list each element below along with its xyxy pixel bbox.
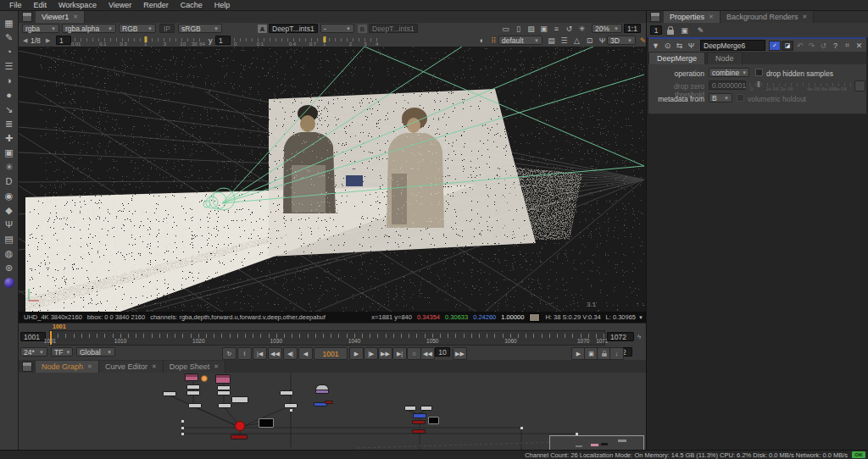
redo-icon[interactable]: ↷ [806,41,817,51]
timeline-ruler[interactable]: 100110101020103010401050106010701072 [49,330,605,346]
node[interactable] [163,391,176,396]
node-graph-canvas[interactable] [19,373,646,450]
frame-increment-input[interactable]: 10 [435,347,450,357]
fps-dropdown[interactable]: 24*▼ [20,347,47,357]
input-b-chip[interactable]: B [358,25,367,33]
keyer-menu-icon[interactable]: ↘ [2,102,17,117]
node[interactable] [315,390,329,394]
viewer-node[interactable] [259,418,274,428]
close-tab-icon[interactable]: ✕ [709,14,714,20]
pane-menu-icon[interactable] [650,12,660,22]
close-tab-icon[interactable]: ✕ [214,363,219,370]
step-back-button[interactable]: ◀| [283,347,298,360]
format-icon[interactable]: ▭ [500,24,511,34]
transform-menu-icon[interactable]: ✚ [2,131,17,146]
marquee-select-icon[interactable]: ⊡ [584,36,595,46]
wipe-icon[interactable]: ▣ [538,24,549,34]
read-node[interactable] [215,374,231,384]
max-panels-input[interactable]: 1 [650,25,662,35]
gain-slider[interactable]: 0.010.10.313103064 [75,36,203,46]
sphere-menu-icon[interactable] [4,278,14,288]
tab-background-renders[interactable]: Background Renders✕ [721,11,814,23]
input-a-value[interactable]: DeepT...ints1 [269,24,318,33]
swap-icon[interactable]: ⇆ [674,41,685,51]
viewer-node[interactable] [428,417,439,424]
color-swatch[interactable]: ◪ [782,41,793,51]
node[interactable] [412,429,426,434]
float-panel-icon[interactable]: ⌗ [842,41,853,51]
step-forward-button[interactable]: |▶ [364,347,378,360]
gamma-value[interactable]: 1 [215,36,231,45]
channels-swatch[interactable]: ✓ [769,41,781,51]
selected-node[interactable] [235,421,245,431]
play-button[interactable]: ▶ [349,347,364,360]
node[interactable] [188,403,202,408]
tab-curve-editor[interactable]: Curve Editor✕ [99,361,164,373]
channel-menu-icon[interactable]: ☰ [2,59,17,74]
panel-menu-icon[interactable]: ▼ [650,41,661,51]
ofx-menu-icon[interactable]: ⊛ [2,261,17,275]
render-in-background-icon[interactable]: ↓ [609,347,624,360]
goto-start-button[interactable]: |◀ [253,347,267,360]
close-tab-icon[interactable]: ✕ [87,363,92,370]
filter-menu-icon[interactable]: ● [2,88,17,102]
time-menu-icon[interactable]: ◔ [2,45,17,59]
operation-dropdown[interactable]: combine▼ [709,68,749,77]
input-process-toggle[interactable]: IP [159,24,175,33]
tab-node-graph[interactable]: Node Graph✕ [36,361,99,373]
input-a-chip[interactable]: A [258,25,267,33]
timecode-frames-dropdown[interactable]: TF▼ [51,347,73,357]
wireframe-icon[interactable]: △ [571,36,582,46]
display-channels-dropdown[interactable]: RGB▼ [119,24,156,33]
image-menu-icon[interactable]: ▦ [2,16,17,30]
node[interactable] [186,384,200,390]
input-b-value[interactable]: DeepT...ints1 [369,24,418,33]
ab-mode-dropdown[interactable]: -▼ [320,24,354,33]
draw-menu-icon[interactable]: ✎ [2,30,17,45]
node[interactable] [412,420,426,424]
node[interactable] [186,390,200,395]
node-name-input[interactable]: DeepMerge6 [700,40,765,51]
menu-viewer[interactable]: Viewer [103,1,137,9]
menu-file[interactable]: File [3,1,28,9]
menu-help[interactable]: Help [209,1,236,9]
merge-menu-icon[interactable]: ≣ [2,117,17,131]
help-icon[interactable]: ? [830,41,841,51]
frame-range-button[interactable]: I [237,347,252,360]
drop-hidden-checkbox[interactable] [755,69,763,76]
read-node[interactable] [185,373,198,381]
checkerboard-icon[interactable]: ▨ [526,24,537,34]
node[interactable] [325,401,333,404]
edit-properties-icon[interactable]: ✎ [695,25,706,36]
current-frame-input[interactable]: 1001 [314,347,348,360]
color-menu-icon[interactable]: ◑ [2,74,17,88]
lock-panels-icon[interactable] [667,30,674,35]
loop-mode-button[interactable]: ↻ [222,347,236,360]
tab-properties[interactable]: Properties✕ [664,11,721,23]
threshold-input[interactable]: 0.0000001 [709,80,746,90]
toolsets-menu-icon[interactable]: Ψ [2,218,17,232]
frame-range-scope-dropdown[interactable]: Global▼ [76,347,115,357]
viewer-lut-dropdown[interactable]: sRGB▼ [178,24,222,33]
metadata-from-dropdown[interactable]: B▼ [709,93,732,102]
range-end-input[interactable]: 1072 [607,332,634,341]
shading-icon[interactable]: ▤ [546,36,557,46]
alpha-dropdown[interactable]: rgba.alpha▼ [62,24,116,33]
viewer-viewport[interactable]: 3.1 [19,47,646,312]
display-preset-dropdown[interactable]: default▼ [498,36,542,45]
range-start-input[interactable]: 1001 [20,332,46,341]
other-menu-icon[interactable]: ▤ [2,232,17,246]
threshold-slider[interactable]: 01e-062e-064e-066e-068e-06 [749,80,853,91]
refresh-icon[interactable]: ↺ [564,24,575,34]
menu-workspace[interactable]: Workspace [53,1,103,9]
node[interactable] [404,406,416,411]
particles-menu-icon[interactable]: ✳ [2,160,17,174]
decrement-frame-button[interactable]: ◀◀ [420,347,435,360]
gain-value[interactable]: 1 [56,36,71,45]
revert-icon[interactable]: ↺ [818,41,829,51]
node[interactable] [413,413,426,418]
volumetric-holdout-checkbox[interactable] [737,94,744,102]
node[interactable] [217,390,231,395]
goto-end-button[interactable]: ▶| [392,347,407,360]
increment-frame-button[interactable]: ▶▶ [453,347,467,360]
